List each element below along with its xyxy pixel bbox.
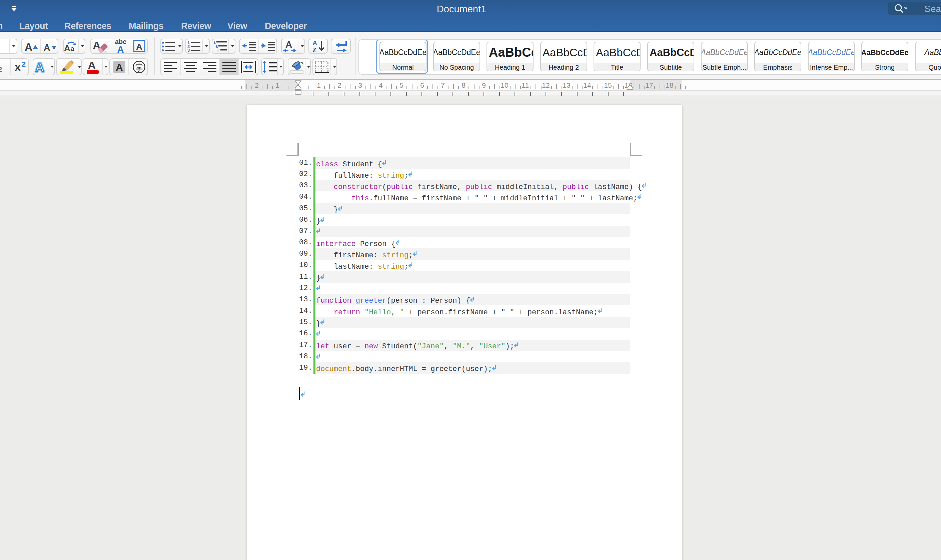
svg-text:A: A <box>136 42 142 52</box>
svg-text:A: A <box>25 41 32 52</box>
svg-text:A: A <box>117 44 124 53</box>
svg-text:a: a <box>70 45 74 52</box>
svg-text:X: X <box>14 62 21 73</box>
svg-text:i: i <box>217 48 219 53</box>
svg-text:2: 2 <box>22 62 26 68</box>
svg-text:A: A <box>64 43 70 52</box>
svg-text:A: A <box>313 40 317 47</box>
svg-text:A: A <box>285 40 292 50</box>
svg-text:A: A <box>35 61 44 74</box>
svg-text:A: A <box>116 62 123 73</box>
svg-text:3: 3 <box>187 48 190 52</box>
svg-text:2: 2 <box>0 65 2 73</box>
svg-text:A: A <box>88 60 96 72</box>
svg-text:Z: Z <box>313 46 316 53</box>
svg-text:A: A <box>44 43 50 52</box>
